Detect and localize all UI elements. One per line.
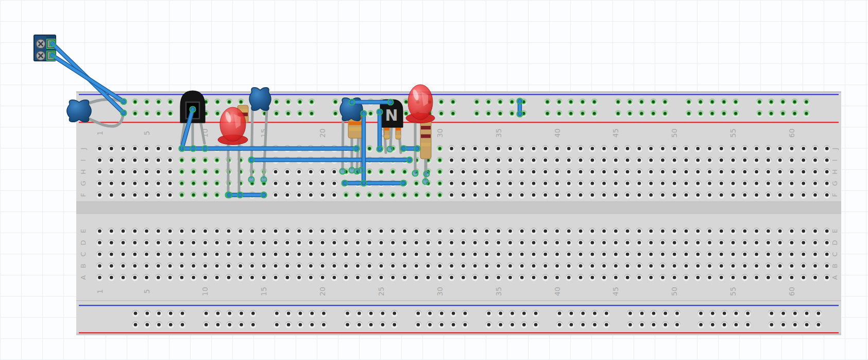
hole-connected xyxy=(697,110,704,117)
hole xyxy=(659,180,666,187)
hole xyxy=(484,180,490,187)
hole xyxy=(214,263,220,270)
hole-connected xyxy=(401,191,408,199)
hole xyxy=(120,251,127,258)
hole xyxy=(812,180,819,187)
hole xyxy=(706,168,713,175)
hole xyxy=(800,168,807,175)
hole xyxy=(108,251,115,258)
hole xyxy=(472,180,479,187)
hole xyxy=(531,263,537,270)
hole xyxy=(425,227,432,235)
hole xyxy=(674,321,680,329)
hole xyxy=(612,168,619,175)
hole xyxy=(144,321,150,329)
hole xyxy=(566,274,572,281)
hole xyxy=(437,263,444,270)
hole xyxy=(694,227,701,235)
hole xyxy=(800,274,807,281)
hole xyxy=(167,310,174,317)
hole xyxy=(509,321,516,329)
hole xyxy=(753,157,760,164)
hole xyxy=(238,310,245,317)
hole xyxy=(495,191,502,199)
hole xyxy=(190,239,197,247)
hole xyxy=(389,239,396,247)
hole xyxy=(366,239,373,247)
breadboard[interactable] xyxy=(76,91,841,335)
hole-connected xyxy=(437,168,444,175)
hole-connected xyxy=(202,157,209,164)
hole xyxy=(789,157,795,164)
hole xyxy=(627,310,634,317)
hole xyxy=(308,239,314,247)
row-letter-right: J xyxy=(831,148,839,150)
hole xyxy=(742,274,748,281)
hole xyxy=(250,310,257,317)
hole-connected xyxy=(332,99,339,106)
hole xyxy=(753,145,760,152)
hole xyxy=(531,251,537,258)
component-lead xyxy=(390,126,392,148)
hole xyxy=(354,274,361,281)
hole xyxy=(636,157,643,164)
hole xyxy=(460,157,467,164)
hole-connected xyxy=(401,168,408,175)
hole xyxy=(765,274,772,281)
hole xyxy=(709,310,716,317)
hole xyxy=(120,157,127,164)
hole-connected xyxy=(591,99,598,106)
capacitor-power[interactable] xyxy=(67,100,91,122)
hole-connected xyxy=(144,99,150,106)
capacitor-1[interactable] xyxy=(249,88,271,110)
hole xyxy=(215,321,222,329)
hole xyxy=(296,227,302,235)
hole xyxy=(273,239,279,247)
hole-connected xyxy=(156,110,162,117)
hole xyxy=(415,321,422,329)
hole xyxy=(589,251,596,258)
hole xyxy=(777,251,784,258)
hole xyxy=(427,321,433,329)
connection-ring xyxy=(517,111,522,117)
hole xyxy=(718,168,725,175)
row-letter-right: I xyxy=(831,159,839,161)
hole xyxy=(789,145,795,152)
row-letter-left: E xyxy=(79,229,87,233)
hole xyxy=(639,310,645,317)
row-letter-right: E xyxy=(831,229,839,233)
hole xyxy=(495,145,502,152)
hole xyxy=(624,191,631,199)
hole xyxy=(554,239,560,247)
hole xyxy=(612,180,619,187)
hole xyxy=(320,321,327,329)
hole xyxy=(96,168,103,175)
hole xyxy=(284,263,291,270)
hole xyxy=(589,227,596,235)
hole-connected xyxy=(803,99,810,106)
hole xyxy=(589,263,596,270)
hole xyxy=(824,239,830,247)
hole-connected xyxy=(190,180,197,187)
hole-connected xyxy=(366,145,373,152)
hole-connected xyxy=(638,99,645,106)
hole xyxy=(706,191,713,199)
hole xyxy=(132,191,139,199)
hole xyxy=(824,274,830,281)
hole xyxy=(425,263,432,270)
hole xyxy=(531,168,537,175)
led-2[interactable] xyxy=(406,85,435,123)
row-letter-left: D xyxy=(79,240,87,245)
column-label-bottom: 10 xyxy=(201,287,209,296)
hole-connected xyxy=(214,191,220,199)
hole xyxy=(742,191,748,199)
hole xyxy=(800,191,807,199)
hole xyxy=(577,227,584,235)
hole xyxy=(96,191,103,199)
hole xyxy=(718,145,725,152)
hole xyxy=(789,251,795,258)
rail-separator-line xyxy=(76,300,841,301)
hole xyxy=(273,180,279,187)
row-letter-left: B xyxy=(79,264,87,268)
connection-ring xyxy=(179,145,184,151)
